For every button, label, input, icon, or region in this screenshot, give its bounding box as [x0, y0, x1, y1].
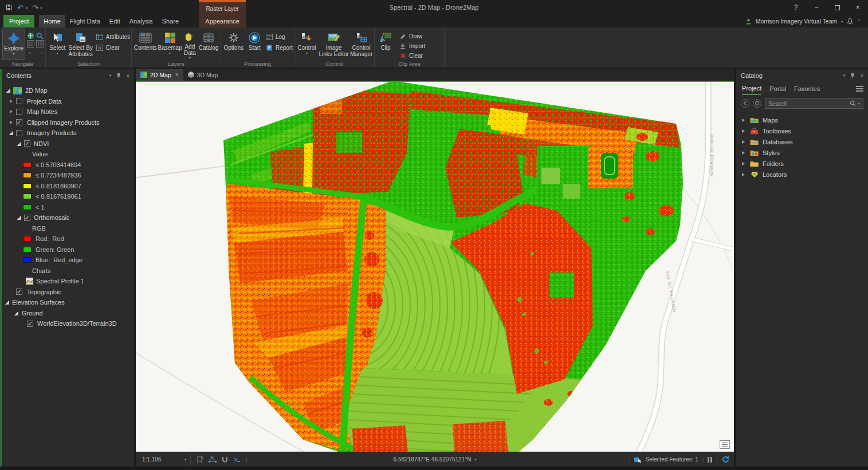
pause-drawing-icon[interactable]	[708, 457, 712, 463]
layer-checkbox[interactable]	[16, 130, 22, 136]
select-button[interactable]: Select ▾	[47, 29, 68, 60]
catalog-button[interactable]: Catalog	[198, 29, 219, 60]
report-button[interactable]: Report	[265, 43, 293, 52]
catalog-item-styles[interactable]: Styles	[736, 147, 868, 158]
clear-selection-button[interactable]: Clear	[96, 43, 130, 52]
layer-checkbox[interactable]: ✓	[16, 289, 22, 295]
catalog-item-toolboxes[interactable]: Toolboxes	[736, 125, 868, 136]
layer-ndvi[interactable]: ✓ NDVI	[2, 139, 134, 149]
maps-folder-icon	[750, 117, 759, 124]
catalog-item-folders[interactable]: Folders	[736, 158, 868, 169]
catalog-tab-portal[interactable]: Portal	[769, 82, 786, 95]
toolboxes-icon	[750, 128, 759, 135]
explore-icon	[7, 31, 20, 46]
layer-imagery-products[interactable]: Imagery Products	[2, 128, 134, 139]
layer-checkbox[interactable]: ✓	[24, 140, 30, 147]
layer-orthomosaic[interactable]: ✓ Orthomosaic	[2, 212, 134, 223]
catalog-item-locators[interactable]: Locators	[736, 169, 868, 180]
pane-menu-icon[interactable]: ▾	[843, 73, 846, 78]
layer-checkbox[interactable]: ✓	[24, 215, 30, 221]
catalog-tab-project[interactable]: Project	[742, 82, 761, 95]
catalog-item-maps[interactable]: Maps	[736, 114, 868, 125]
map-overlay-control[interactable]	[720, 440, 730, 449]
back-icon[interactable]	[741, 99, 749, 108]
save-icon[interactable]	[6, 4, 13, 11]
layer-world-elevation[interactable]: ✓ WorldElevation3D/Terrain3D	[2, 318, 134, 329]
start-button[interactable]: Start	[245, 29, 264, 60]
control-manager-button[interactable]: Control Manager	[349, 29, 373, 60]
options-button[interactable]: Options	[222, 29, 245, 60]
map-canvas[interactable]: RUE DE PRANGIN RUE DE PRANGIN	[136, 82, 734, 452]
select-by-attributes-button[interactable]: Select By Attributes	[68, 29, 93, 60]
layer-project-data[interactable]: Project Data	[2, 96, 134, 107]
group-elevation-surfaces[interactable]: Elevation Surfaces	[2, 297, 134, 308]
help-button[interactable]: ?	[785, 0, 806, 15]
clip-button[interactable]: Clip	[376, 29, 395, 60]
next-extent-icon[interactable]: →	[37, 48, 44, 56]
close-pane-icon[interactable]: ×	[860, 73, 863, 79]
fixed-zoom-out-icon[interactable]	[36, 40, 44, 48]
restore-button[interactable]	[827, 0, 847, 15]
coordinates-display[interactable]: 6.58218787°E 46.52075121°N ▾	[394, 456, 477, 463]
collapse-ribbon-icon[interactable]: ⌃	[857, 19, 861, 24]
tab-home[interactable]: Home	[39, 15, 65, 27]
undo-icon[interactable]: ↶	[17, 4, 23, 11]
user-name[interactable]: Morrison Imagery Virtual Team	[756, 18, 838, 25]
scale-selector[interactable]: 1:1,106 ▾	[138, 455, 191, 465]
add-data-button[interactable]: Add Data ▾	[182, 29, 198, 60]
close-view-icon[interactable]: ×	[175, 72, 179, 78]
layer-map-notes[interactable]: Map Notes	[2, 106, 134, 117]
fixed-zoom-in-icon[interactable]	[27, 40, 34, 48]
minimize-button[interactable]: −	[806, 0, 827, 15]
notifications-icon[interactable]	[847, 18, 853, 25]
tab-analysis[interactable]: Analysis	[125, 15, 158, 27]
catalog-item-databases[interactable]: Databases	[736, 136, 868, 147]
full-extent-icon[interactable]	[27, 32, 34, 40]
view-tab-2d-map[interactable]: 2D Map ×	[136, 69, 183, 81]
pin-icon[interactable]	[116, 73, 121, 78]
edit-vertices-icon[interactable]	[209, 456, 217, 463]
close-pane-icon[interactable]: ×	[126, 73, 129, 79]
view-tab-3d-map[interactable]: 3D Map	[183, 69, 223, 81]
control-button[interactable]: Control ▾	[296, 29, 318, 60]
image-links-editor-button[interactable]: Image Links Editor	[318, 29, 349, 60]
tab-project[interactable]: Project	[3, 15, 34, 27]
catalog-menu-icon[interactable]	[856, 82, 863, 95]
snapping-icon[interactable]	[221, 456, 229, 463]
layer-ground[interactable]: Ground	[2, 308, 134, 319]
chart-spectral-profile[interactable]: Spectral Profile 1	[2, 276, 134, 287]
redo-icon[interactable]: ↷	[32, 4, 38, 11]
import-button[interactable]: Import	[399, 42, 425, 50]
bookmark-icon[interactable]	[197, 456, 204, 463]
explore-button[interactable]: Explore ▾	[2, 29, 25, 60]
layer-checkbox[interactable]	[16, 98, 22, 104]
attributes-button[interactable]: Attributes	[96, 32, 130, 41]
refresh-catalog-icon[interactable]	[753, 99, 761, 108]
zoom-selection-icon[interactable]	[36, 32, 44, 40]
layer-2d-map[interactable]: 2D Map	[2, 85, 134, 96]
pane-menu-icon[interactable]: ▾	[109, 73, 112, 78]
tab-edit[interactable]: Edit	[105, 15, 125, 27]
contents-button[interactable]: Contents	[133, 29, 158, 60]
layer-checkbox[interactable]	[16, 109, 22, 115]
tab-appearance[interactable]: Appearance	[199, 15, 246, 27]
layer-clipped-imagery-products[interactable]: ✓ Clipped Imagery Products	[2, 117, 134, 128]
draw-button[interactable]: Draw	[399, 32, 425, 40]
search-input[interactable]: Search ▾	[765, 98, 863, 109]
layer-topographic[interactable]: ✓ Topographic	[2, 287, 134, 298]
layer-checkbox[interactable]: ✓	[27, 321, 33, 327]
previous-extent-icon[interactable]: ←	[27, 48, 34, 56]
tab-share[interactable]: Share	[158, 15, 183, 27]
map-svg: RUE DE PRANGIN RUE DE PRANGIN	[136, 82, 734, 452]
catalog-tab-favorites[interactable]: Favorites	[794, 82, 820, 95]
pin-icon[interactable]	[850, 73, 855, 78]
log-button[interactable]: Log	[265, 32, 293, 41]
clear-clip-button[interactable]: Clear	[399, 52, 425, 60]
refresh-icon[interactable]	[722, 456, 729, 463]
layer-checkbox[interactable]: ✓	[16, 119, 22, 125]
selected-features[interactable]: Selected Features: 1	[646, 456, 698, 463]
feedback-icon[interactable]	[233, 456, 241, 463]
close-button[interactable]: ×	[847, 0, 868, 15]
tab-flight-data[interactable]: Flight Data	[65, 15, 105, 27]
basemap-button[interactable]: Basemap ▾	[158, 29, 182, 60]
